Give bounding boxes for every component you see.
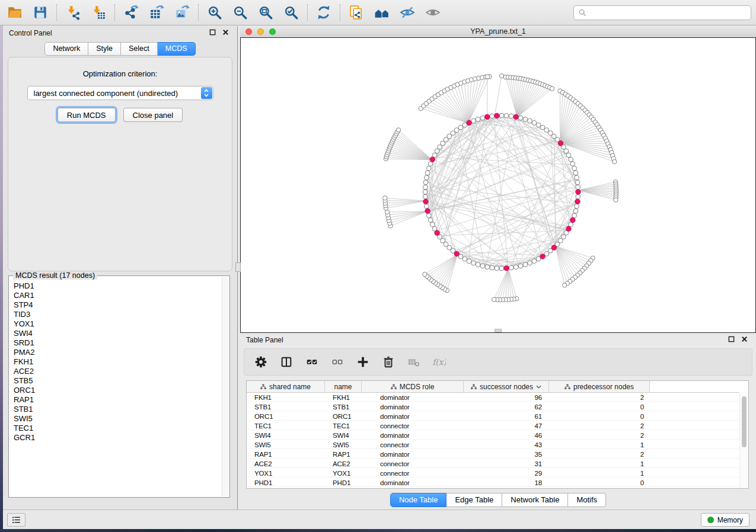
close-panel-icon[interactable] — [222, 29, 229, 36]
close-panel-button[interactable]: Close panel — [123, 108, 183, 122]
graph-node — [575, 180, 580, 185]
network-canvas[interactable] — [240, 37, 756, 333]
zoom-out-icon — [232, 5, 248, 20]
table-row[interactable]: ACE2ACE2connector311 — [247, 459, 740, 468]
result-node-item[interactable]: PMA2 — [14, 348, 222, 357]
fit-content-icon — [258, 5, 273, 20]
tab-network[interactable]: Network — [44, 42, 88, 56]
result-node-item[interactable]: STB1 — [14, 405, 222, 414]
window-zoom-traffic-light[interactable] — [269, 28, 276, 35]
cell-mcds-role: dominator — [362, 403, 464, 411]
column-header-successor-nodes[interactable]: successor nodes — [464, 381, 549, 392]
apply-preferred-layout-button[interactable] — [314, 2, 334, 23]
table-row[interactable]: YOX1YOX1connector291 — [247, 468, 740, 477]
memory-button[interactable]: Memory — [701, 513, 749, 527]
hide-selected-button[interactable] — [397, 2, 417, 23]
tab-motifs[interactable]: Motifs — [568, 493, 606, 507]
result-list-scrollbar[interactable] — [222, 277, 229, 496]
table-settings-button[interactable] — [253, 355, 269, 368]
result-node-item[interactable]: SWI4 — [14, 329, 222, 338]
table-row[interactable]: FKH1FKH1dominator962 — [247, 392, 740, 402]
vertical-splitter-grip[interactable] — [235, 262, 241, 272]
table-scrollbar[interactable] — [739, 392, 748, 488]
table-row[interactable]: RAP1RAP1dominator352 — [247, 449, 740, 459]
graph-node — [499, 73, 503, 78]
graph-dominator-node — [467, 120, 471, 125]
search-input[interactable] — [590, 6, 751, 19]
result-node-item[interactable]: STB5 — [14, 376, 222, 386]
table-scrollbar-thumb[interactable] — [742, 396, 747, 447]
import-table-from-file-button[interactable] — [88, 2, 109, 23]
tab-mcds[interactable]: MCDS — [158, 42, 196, 56]
result-node-item[interactable]: PHD1 — [14, 281, 222, 291]
run-mcds-button[interactable]: Run MCDS — [58, 108, 116, 122]
result-node-item[interactable]: FKH1 — [14, 357, 222, 367]
result-node-item[interactable]: YOX1 — [14, 319, 222, 329]
select-all-rows-button[interactable] — [304, 355, 320, 368]
table-row[interactable]: TEC1TEC1connector472 — [247, 421, 740, 430]
export-table-button[interactable] — [146, 2, 167, 23]
tab-style[interactable]: Style — [88, 42, 121, 56]
deselect-all-rows-button[interactable] — [330, 355, 345, 368]
graph-node — [518, 264, 523, 268]
show-all-button[interactable] — [423, 2, 443, 23]
export-image-button[interactable] — [172, 2, 192, 23]
float-window-icon[interactable] — [209, 29, 216, 36]
table-row[interactable]: STB1STB1dominator620 — [247, 402, 740, 411]
export-network-button[interactable] — [121, 2, 141, 23]
result-node-item[interactable]: TID3 — [14, 310, 222, 319]
tab-node-table[interactable]: Node Table — [390, 493, 447, 507]
result-node-item[interactable]: GCR1 — [14, 433, 222, 443]
tab-edge-table[interactable]: Edge Table — [446, 493, 502, 507]
zoom-selected-button[interactable] — [281, 2, 301, 23]
function-builder-button: f(x) — [432, 355, 447, 368]
control-panel: Control Panel NetworkStyleSelectMCDS Opt… — [3, 26, 238, 509]
add-column-button[interactable] — [355, 355, 371, 368]
open-session-button[interactable] — [5, 2, 25, 23]
column-header-shared-name[interactable]: shared name — [247, 381, 325, 392]
first-neighbors-button[interactable] — [372, 2, 392, 23]
sort-chevron-icon[interactable] — [536, 385, 541, 389]
table-row[interactable]: SWI4SWI4dominator462 — [247, 430, 740, 440]
graph-node — [424, 204, 429, 209]
result-node-item[interactable]: RAP1 — [14, 395, 222, 405]
tab-network-table[interactable]: Network Table — [502, 493, 568, 507]
close-table-panel-icon[interactable] — [741, 336, 748, 342]
column-header-mcds-role[interactable]: MCDS role — [362, 381, 464, 392]
table-row[interactable]: SWI5SWI5connector431 — [247, 440, 740, 449]
network-graph[interactable] — [241, 38, 755, 332]
select-all-rows-icon — [305, 355, 318, 368]
zoom-out-button[interactable] — [230, 2, 250, 23]
criterion-select[interactable]: largest connected component (undirected) — [27, 86, 213, 100]
graph-node — [563, 283, 567, 287]
column-header-name[interactable]: name — [325, 381, 362, 392]
show-hide-columns-button[interactable] — [279, 355, 294, 368]
zoom-in-button[interactable] — [205, 2, 225, 23]
float-table-panel-icon[interactable] — [728, 336, 735, 342]
result-node-item[interactable]: SWI5 — [14, 414, 222, 424]
result-node-item[interactable]: ACE2 — [14, 367, 222, 376]
import-network-from-file-button[interactable] — [63, 2, 83, 23]
result-node-item[interactable]: CAR1 — [14, 291, 222, 300]
graph-node — [575, 175, 579, 180]
canvas-splitter-grip[interactable] — [495, 329, 502, 332]
cell-mcds-role: connector — [362, 441, 464, 448]
node-table: shared namenameMCDS rolesuccessor nodesp… — [246, 380, 749, 489]
graph-node — [504, 113, 509, 118]
task-history-button[interactable] — [7, 513, 25, 527]
graph-dominator-node — [570, 217, 575, 222]
table-row[interactable]: PHD1PHD1dominator180 — [247, 477, 740, 487]
column-header-predecessor-nodes[interactable]: predecessor nodes — [549, 381, 650, 392]
result-node-item[interactable]: TEC1 — [14, 424, 222, 433]
new-network-from-selection-button[interactable] — [346, 2, 366, 23]
table-row[interactable]: ORC1ORC1dominator610 — [247, 411, 740, 421]
tab-select[interactable]: Select — [121, 42, 158, 56]
result-node-item[interactable]: SRD1 — [14, 338, 222, 348]
result-node-item[interactable]: ORC1 — [14, 386, 222, 395]
delete-columns-button[interactable] — [381, 355, 396, 368]
result-node-item[interactable]: STP4 — [14, 300, 222, 310]
fit-content-button[interactable] — [256, 2, 276, 23]
window-close-traffic-light[interactable] — [245, 28, 252, 35]
window-minimize-traffic-light[interactable] — [257, 28, 264, 35]
save-session-button[interactable] — [30, 2, 50, 23]
